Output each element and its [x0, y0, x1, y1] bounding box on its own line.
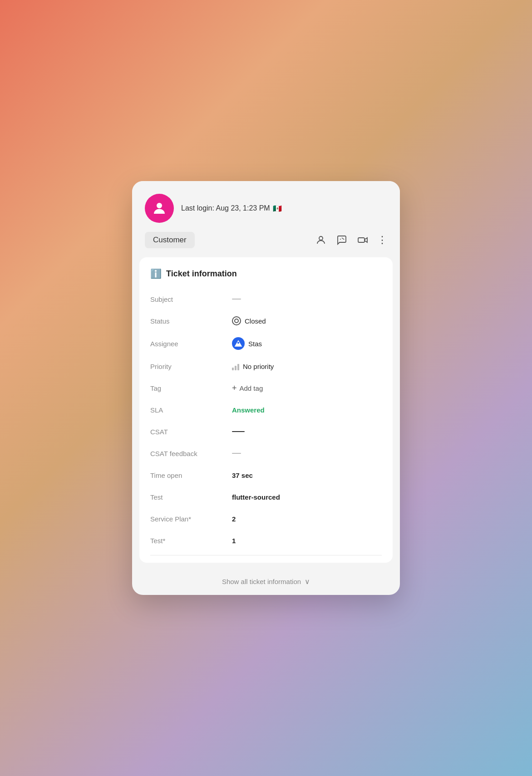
assignee-avatar-inner	[232, 337, 245, 350]
test-star-text: 1	[232, 537, 236, 545]
section-title-text: Ticket information	[166, 269, 237, 279]
action-icons: ⋮	[315, 234, 387, 246]
field-priority[interactable]: Priority No priority	[150, 355, 382, 377]
test-value: flutter-sourced	[232, 493, 382, 501]
tag-label: Tag	[150, 384, 232, 392]
field-service-plan: Service Plan* 2	[150, 508, 382, 530]
field-csat: CSAT	[150, 421, 382, 442]
time-open-label: Time open	[150, 471, 232, 479]
customer-badge[interactable]: Customer	[145, 232, 195, 248]
test-text: flutter-sourced	[232, 493, 280, 501]
field-subject: Subject	[150, 288, 382, 310]
plus-icon: +	[232, 383, 237, 393]
priority-text: No priority	[243, 363, 274, 370]
sla-value: Answered	[232, 406, 382, 414]
test-star-value: 1	[232, 537, 382, 545]
field-csat-feedback: CSAT feedback	[150, 442, 382, 464]
header-top: Last login: Aug 23, 1:23 PM 🇲🇽	[145, 194, 387, 223]
status-closed-icon	[232, 316, 241, 325]
field-tag[interactable]: Tag + Add tag	[150, 377, 382, 399]
assignee-avatar	[232, 337, 245, 350]
ticket-section: ℹ️ Ticket information Subject Status Clo…	[139, 257, 393, 563]
svg-point-0	[157, 203, 162, 208]
test-label: Test	[150, 493, 232, 501]
priority-label: Priority	[150, 363, 232, 370]
flag-emoji: 🇲🇽	[273, 204, 282, 213]
sla-label: SLA	[150, 406, 232, 414]
csat-value	[232, 431, 382, 432]
avatar	[145, 194, 174, 223]
subject-dash	[232, 299, 241, 300]
card-header: Last login: Aug 23, 1:23 PM 🇲🇽 Customer	[132, 181, 400, 257]
field-status[interactable]: Status Closed	[150, 310, 382, 332]
section-title: ℹ️ Ticket information	[150, 268, 382, 279]
test-star-label: Test*	[150, 537, 232, 545]
time-open-text: 37 sec	[232, 471, 253, 479]
chevron-down-icon: ∨	[305, 577, 310, 586]
csat-feedback-label: CSAT feedback	[150, 450, 232, 457]
priority-value: No priority	[232, 362, 382, 370]
assignee-value: Stas	[232, 337, 382, 350]
service-plan-text: 2	[232, 515, 236, 523]
field-assignee[interactable]: Assignee Stas	[150, 332, 382, 355]
person-icon[interactable]	[315, 234, 327, 246]
tag-value: + Add tag	[232, 383, 382, 393]
assignee-name: Stas	[248, 340, 262, 348]
show-all-row[interactable]: Show all ticket information ∨	[132, 570, 400, 595]
svg-point-1	[319, 236, 323, 240]
priority-bar-1	[232, 368, 234, 370]
csat-dash	[232, 431, 245, 432]
service-plan-value: 2	[232, 515, 382, 523]
last-login: Last login: Aug 23, 1:23 PM 🇲🇽	[181, 204, 282, 213]
assignee-label: Assignee	[150, 340, 232, 348]
status-value: Closed	[232, 316, 382, 325]
status-label: Status	[150, 317, 232, 325]
sla-status-text: Answered	[232, 406, 265, 414]
time-open-value: 37 sec	[232, 471, 382, 479]
more-icon[interactable]: ⋮	[377, 235, 387, 245]
svg-rect-3	[358, 238, 365, 242]
svg-point-6	[237, 342, 239, 344]
status-icon-inner	[234, 319, 239, 323]
subject-label: Subject	[150, 295, 232, 303]
field-sla: SLA Answered	[150, 399, 382, 421]
field-test: Test flutter-sourced	[150, 486, 382, 508]
video-icon[interactable]	[356, 234, 369, 246]
add-tag-text: Add tag	[240, 384, 263, 392]
csat-feedback-dash	[232, 453, 241, 454]
last-login-text: Last login: Aug 23, 1:23 PM	[181, 204, 270, 212]
field-time-open: Time open 37 sec	[150, 464, 382, 486]
csat-feedback-value	[232, 453, 382, 454]
subject-value	[232, 299, 382, 300]
chat-icon[interactable]	[335, 234, 348, 246]
header-actions: Customer	[145, 232, 387, 248]
status-text: Closed	[245, 317, 266, 325]
info-icon: ℹ️	[150, 268, 162, 279]
priority-bar-2	[235, 366, 236, 370]
section-divider	[150, 555, 382, 555]
svg-marker-4	[365, 238, 367, 242]
csat-label: CSAT	[150, 428, 232, 436]
ticket-card: Last login: Aug 23, 1:23 PM 🇲🇽 Customer	[132, 181, 400, 595]
show-all-label: Show all ticket information	[222, 578, 301, 585]
service-plan-label: Service Plan*	[150, 515, 232, 523]
field-test-star: Test* 1	[150, 530, 382, 551]
priority-icon	[232, 362, 239, 370]
priority-bar-3	[237, 364, 239, 370]
